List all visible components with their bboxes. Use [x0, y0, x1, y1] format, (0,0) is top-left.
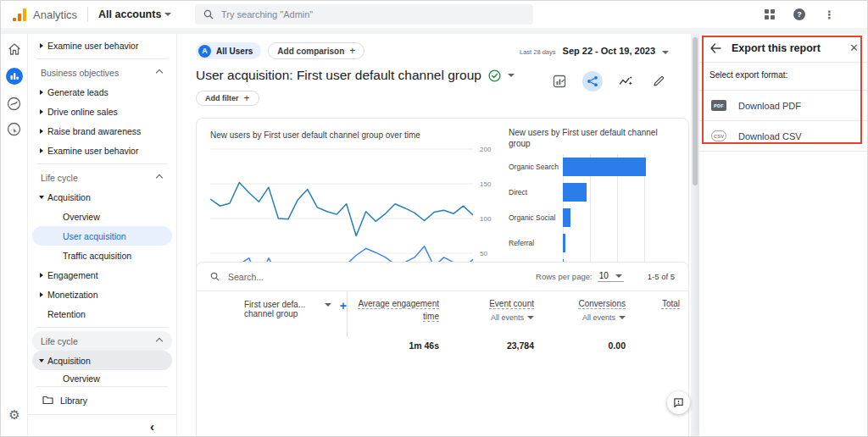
bar — [563, 158, 646, 176]
metric-header-average-engagement-time[interactable]: Average engagement time — [348, 298, 439, 337]
expand-right-icon — [40, 292, 43, 297]
sidebar-item-monetization[interactable]: Monetization — [32, 285, 172, 304]
metric-header-event-count[interactable]: Event countAll events — [439, 298, 534, 337]
chevron-up-icon — [156, 338, 163, 345]
sidebar-list: Examine user behaviorBusiness objectives… — [28, 36, 176, 410]
logo-dot — [13, 18, 16, 21]
add-comparison-label: Add comparison — [277, 47, 344, 56]
search-icon — [203, 9, 214, 19]
sidebar-item-overview[interactable]: Overview — [32, 370, 172, 383]
chevron-down-icon — [164, 13, 171, 16]
data-table-card: Search... Rows per page: 10 1-5 of 5 Fir… — [196, 262, 689, 437]
scrollbar-thumb[interactable] — [693, 37, 698, 185]
export-panel: Export this report ✕ Select export forma… — [699, 34, 868, 437]
bar — [563, 234, 565, 252]
sidebar-section-life-cycle[interactable]: Life cycle — [32, 168, 172, 187]
insights-icon[interactable] — [615, 71, 636, 91]
download-csv-button[interactable]: CSVDownload CSV — [699, 120, 868, 151]
logo-bar-tall — [23, 8, 26, 21]
sidebar-item-acquisition[interactable]: Acquisition — [32, 351, 172, 370]
sidebar-item-drive-online-sales[interactable]: Drive online sales — [32, 102, 172, 121]
apps-grid-icon[interactable] — [765, 9, 775, 19]
chevron-down-icon — [662, 51, 669, 54]
close-icon[interactable]: ✕ — [849, 41, 859, 54]
all-users-chip[interactable]: A All Users — [196, 42, 261, 59]
expand-right-icon — [40, 109, 43, 114]
back-arrow-icon[interactable] — [709, 43, 721, 53]
add-dimension-icon[interactable]: + — [340, 300, 347, 312]
sidebar-item-acquisition[interactable]: Acquisition — [32, 187, 172, 207]
metric-header-conversions[interactable]: ConversionsAll events — [534, 298, 626, 337]
sidebar-section-business-objectives[interactable]: Business objectives — [32, 63, 172, 82]
expand-right-icon — [40, 148, 43, 153]
sidebar-item-traffic-acquisition[interactable]: Traffic acquisition — [32, 246, 172, 265]
topbar-divider — [87, 7, 88, 22]
home-icon[interactable] — [8, 42, 21, 56]
svg-text:50: 50 — [480, 250, 487, 257]
data-quality-check-icon[interactable] — [488, 69, 501, 82]
metric-header-total[interactable]: Total — [626, 298, 680, 337]
sidebar-item-examine-user-behavior[interactable]: Examine user behavior — [32, 36, 172, 55]
pagination-range-label: 1-5 of 5 — [648, 272, 675, 281]
sidebar-item-user-acquisition[interactable]: User acquisition — [32, 226, 172, 246]
dimension-header[interactable]: First user defa... channel group + — [197, 291, 348, 337]
header-shadow-band — [1, 28, 868, 34]
feedback-bubble-icon — [673, 397, 684, 408]
download-pdf-button[interactable]: PDFDownload PDF — [699, 90, 868, 120]
account-selector[interactable]: All accounts — [98, 8, 171, 20]
advertising-icon[interactable] — [7, 122, 21, 136]
chevron-up-icon — [156, 174, 163, 181]
bar-chart-title: New users by First user default channel … — [509, 127, 665, 149]
chevron-down-icon — [325, 303, 331, 307]
sidebar-divider — [36, 58, 168, 59]
metric-event-selector[interactable]: All events — [542, 313, 626, 322]
reports-icon[interactable] — [5, 67, 24, 86]
metric-event-selector[interactable]: All events — [448, 313, 534, 322]
total-value — [626, 340, 680, 351]
sidebar-item-overview[interactable]: Overview — [32, 207, 172, 226]
collapse-sidebar-icon[interactable]: ‹ — [150, 420, 154, 433]
nav-rail: ⚙ — [1, 34, 28, 437]
sidebar-section-life-cycle[interactable]: Life cycle — [32, 331, 172, 351]
chevron-down-icon[interactable] — [508, 74, 515, 77]
rows-per-page-label: Rows per page: — [536, 272, 593, 281]
sidebar-item-generate-leads[interactable]: Generate leads — [32, 82, 172, 102]
explore-icon[interactable] — [7, 97, 21, 111]
svg-text:200: 200 — [480, 146, 492, 153]
sidebar-item-library[interactable]: Library — [32, 390, 172, 410]
date-range-selector[interactable]: Last 28 days Sep 22 - Oct 19, 2023 — [520, 46, 669, 56]
rows-per-page-value: 10 — [599, 271, 609, 280]
add-filter-chip[interactable]: Add filter + — [196, 91, 259, 106]
global-search-input[interactable]: Try searching "Admin" — [195, 4, 533, 25]
sidebar-footer: ‹ — [28, 414, 176, 437]
rows-per-page-select[interactable]: 10 — [598, 271, 624, 282]
add-comparison-chip[interactable]: Add comparison + — [268, 42, 364, 59]
table-search-input[interactable]: Search... — [228, 272, 527, 282]
vertical-scrollbar[interactable] — [691, 34, 699, 437]
account-selector-label: All accounts — [98, 8, 161, 20]
expand-down-icon — [39, 359, 44, 362]
feedback-button[interactable] — [667, 391, 690, 414]
chevron-down-icon — [619, 316, 626, 319]
more-menu-icon[interactable]: ⋮ — [824, 9, 835, 20]
share-report-icon[interactable] — [582, 71, 603, 91]
dimension-header-label: First user defa... channel group — [244, 300, 320, 318]
bar — [563, 208, 570, 227]
settings-gear-icon[interactable]: ⚙ — [1, 407, 28, 423]
brand-label: Analytics — [33, 8, 77, 21]
help-icon[interactable]: ? — [793, 8, 805, 20]
plus-icon: + — [349, 45, 355, 57]
sidebar-item-engagement[interactable]: Engagement — [32, 265, 172, 285]
totals-values: 1m 46s23,7840.00 — [348, 340, 688, 351]
bar-row-organic-social: Organic Social — [509, 205, 675, 230]
date-range-label: Sep 22 - Oct 19, 2023 — [563, 46, 655, 56]
sidebar-item-retention[interactable]: Retention — [32, 304, 172, 324]
sidebar-item-examine-user-behavior[interactable]: Examine user behavior — [32, 141, 172, 160]
customize-report-icon[interactable] — [549, 71, 570, 91]
svg-text:150: 150 — [480, 180, 492, 188]
sidebar-divider — [36, 327, 168, 328]
sidebar-item-raise-brand-awareness[interactable]: Raise brand awareness — [32, 121, 172, 141]
analytics-logo-icon[interactable] — [13, 8, 26, 21]
bar-row-direct: Direct — [509, 180, 675, 205]
edit-report-icon[interactable] — [648, 71, 669, 91]
